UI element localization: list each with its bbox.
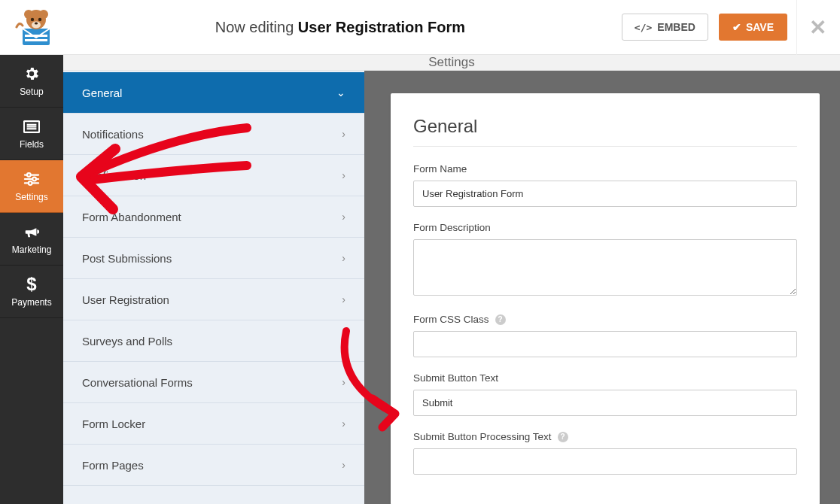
chevron-right-icon: › (342, 459, 345, 471)
top-actions: </> EMBED ✔ SAVE (622, 14, 787, 41)
chevron-down-icon: ⌄ (336, 87, 345, 99)
left-rail: Setup Fields Settings Marketing $ Paymen… (0, 55, 63, 504)
editing-prefix: Now editing (215, 19, 294, 35)
rail-item-marketing[interactable]: Marketing (0, 213, 63, 266)
panel-label: User Registration (82, 293, 169, 306)
bullhorn-icon (23, 223, 41, 241)
panel-label: Conversational Forms (82, 376, 193, 389)
field-form-name: Form Name (413, 163, 797, 207)
field-form-css-class: Form CSS Class ? (413, 314, 797, 357)
rail-label: Setup (20, 87, 43, 97)
close-button[interactable]: ✕ (796, 0, 826, 55)
sliders-icon (23, 170, 41, 188)
panel-label: Form Pages (82, 459, 144, 472)
general-settings-card: General Form Name Form Description Form … (391, 93, 820, 504)
rail-item-setup[interactable]: Setup (0, 55, 63, 108)
embed-label: EMBED (657, 21, 695, 33)
form-name-input[interactable] (413, 181, 797, 207)
chevron-right-icon: › (342, 376, 345, 388)
rail-item-payments[interactable]: $ Payments (0, 266, 63, 318)
gear-icon (23, 65, 41, 83)
svg-point-5 (39, 10, 48, 19)
processing-label-text: Submit Button Processing Text (413, 431, 552, 442)
check-icon: ✔ (732, 21, 741, 33)
svg-point-19 (29, 181, 32, 185)
code-icon: </> (635, 22, 652, 33)
panel-item-form-locker[interactable]: Form Locker › (63, 403, 364, 445)
card-heading: General (413, 116, 797, 147)
help-icon[interactable]: ? (558, 432, 568, 442)
submit-button-processing-input[interactable] (413, 448, 797, 475)
field-submit-button-text: Submit Button Text (413, 372, 797, 416)
form-name-label: Form Name (413, 163, 797, 175)
field-submit-button-processing: Submit Button Processing Text ? (413, 431, 797, 475)
chevron-right-icon: › (342, 169, 345, 181)
rail-label: Marketing (12, 244, 52, 255)
svg-point-15 (27, 173, 31, 177)
rail-label: Settings (15, 192, 47, 202)
submit-button-processing-label: Submit Button Processing Text ? (413, 431, 797, 442)
svg-point-4 (24, 10, 33, 19)
chevron-right-icon: › (342, 252, 345, 264)
panel-item-form-abandonment[interactable]: Form Abandonment › (63, 196, 364, 238)
panel-label: Surveys and Polls (82, 335, 172, 348)
panel-label: Form Locker (82, 417, 145, 430)
rail-label: Payments (11, 297, 51, 308)
svg-point-17 (32, 178, 36, 181)
panel-item-user-registration[interactable]: User Registration › (63, 279, 364, 320)
preview-area: General Form Name Form Description Form … (364, 71, 840, 504)
rail-label: Fields (20, 139, 44, 150)
form-description-label: Form Description (413, 222, 797, 233)
form-css-class-label: Form CSS Class ? (413, 314, 797, 325)
top-bar: Now editing User Registration Form </> E… (0, 0, 840, 55)
svg-rect-1 (25, 35, 47, 37)
panel-item-post-submissions[interactable]: Post Submissions › (63, 238, 364, 279)
svg-point-7 (38, 18, 41, 21)
chevron-right-icon: › (342, 128, 345, 140)
panel-item-confirmation[interactable]: Confirmation › (63, 155, 364, 196)
panel-label: Notifications (82, 128, 144, 141)
svg-point-6 (31, 18, 34, 21)
chevron-right-icon: › (342, 211, 345, 223)
list-icon (23, 117, 41, 135)
settings-list: General ⌄ Notifications › Confirmation ›… (63, 71, 364, 504)
field-form-description: Form Description (413, 222, 797, 299)
settings-panel: General ⌄ Notifications › Confirmation ›… (63, 71, 364, 504)
svg-point-9 (35, 22, 38, 24)
form-title: User Registration Form (298, 19, 465, 35)
panel-item-surveys-and-polls[interactable]: Surveys and Polls (63, 320, 364, 362)
svg-rect-2 (25, 39, 47, 41)
save-button[interactable]: ✔ SAVE (719, 14, 787, 41)
panel-item-conversational-forms[interactable]: Conversational Forms › (63, 362, 364, 403)
form-css-class-input[interactable] (413, 331, 797, 357)
dollar-icon: $ (23, 275, 41, 293)
css-class-label-text: Form CSS Class (413, 314, 489, 325)
panel-label: Confirmation (82, 169, 146, 182)
save-label: SAVE (746, 21, 774, 33)
panel-item-form-pages[interactable]: Form Pages › (63, 445, 364, 486)
panel-item-general[interactable]: General ⌄ (63, 72, 364, 114)
chevron-right-icon: › (342, 293, 345, 305)
app-logo (14, 5, 59, 50)
rail-item-fields[interactable]: Fields (0, 108, 63, 160)
page-title: Now editing User Registration Form (59, 19, 622, 36)
submit-button-text-input[interactable] (413, 390, 797, 416)
settings-header: Settings (63, 55, 840, 71)
panel-item-notifications[interactable]: Notifications › (63, 114, 364, 155)
help-icon[interactable]: ? (495, 314, 506, 325)
panel-label: Post Submissions (82, 252, 172, 265)
embed-button[interactable]: </> EMBED (622, 14, 708, 41)
submit-button-text-label: Submit Button Text (413, 372, 797, 384)
form-description-input[interactable] (413, 239, 797, 296)
panel-label: Form Abandonment (82, 211, 181, 223)
panel-label: General (82, 87, 122, 99)
rail-item-settings[interactable]: Settings (0, 160, 63, 213)
chevron-right-icon: › (342, 417, 345, 430)
